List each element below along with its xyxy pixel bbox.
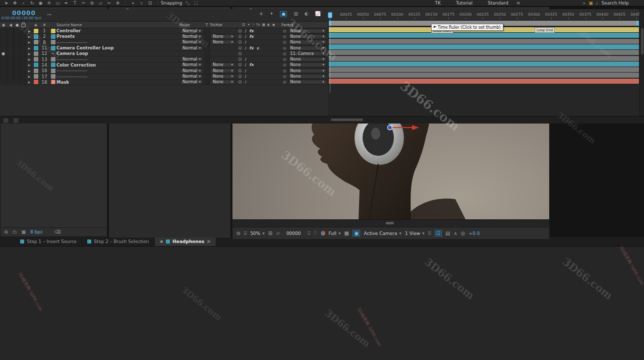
panel-overflow-icon[interactable]: »: [583, 1, 586, 6]
brush-tool-icon[interactable]: ✑: [79, 0, 88, 6]
playhead[interactable]: [328, 12, 332, 18]
timeline-horizontal-scrollbar[interactable]: [331, 118, 363, 121]
solo-toggle[interactable]: [14, 68, 20, 73]
trkmat-column-label[interactable]: TrkMat: [210, 22, 236, 28]
parent-dropdown[interactable]: None▼: [288, 29, 326, 33]
work-area-end-handle[interactable]: [636, 21, 639, 26]
shy-icon[interactable]: ☺: [238, 51, 242, 56]
layer-color-swatch[interactable]: [32, 40, 39, 45]
timeline-layer-row[interactable]: ▶17--------------------Normal▼None▼☺∕◎No…: [0, 74, 328, 79]
layer-duration-bar[interactable]: [329, 73, 639, 78]
frame-blending-icon[interactable]: ▥: [294, 11, 298, 17]
trkmat-select[interactable]: None▼: [210, 80, 236, 85]
preserve-transparency-toggle[interactable]: [204, 34, 210, 39]
snapping-label[interactable]: Snapping: [161, 1, 182, 6]
shy-toggle-icon[interactable]: ☗: [280, 11, 287, 17]
eye-toggle[interactable]: [0, 74, 7, 79]
mode-select[interactable]: Normal▼: [180, 68, 204, 73]
workspace-selector[interactable]: Standard: [481, 1, 515, 6]
audio-toggle[interactable]: [7, 80, 14, 85]
solo-toggle[interactable]: [14, 74, 20, 79]
audio-toggle[interactable]: [7, 28, 14, 33]
roto-brush-tool-icon[interactable]: ✂: [105, 0, 113, 6]
t-column-label[interactable]: T: [204, 22, 210, 28]
mode-select[interactable]: Normal▼: [180, 80, 204, 85]
region-of-interest-icon[interactable]: ▱: [276, 230, 280, 236]
rasterize-icon[interactable]: ∕: [245, 46, 247, 50]
view-axis-mode-icon[interactable]: ⊡: [146, 0, 154, 6]
search-icon[interactable]: ⌕▾: [47, 12, 51, 17]
layer-switches[interactable]: ☺∕: [236, 56, 281, 62]
panel-menu-icon[interactable]: ≡: [207, 239, 211, 244]
preserve-transparency-toggle[interactable]: [204, 80, 210, 85]
layer-color-swatch[interactable]: [32, 45, 39, 50]
lock-toggle[interactable]: [20, 68, 26, 73]
timeline-layer-row[interactable]: ▶8--------------------Normal▼None▼☺∕◎Non…: [0, 40, 328, 45]
twirl-arrow-icon[interactable]: ▶: [26, 34, 32, 39]
parent-dropdown[interactable]: None▼: [288, 34, 326, 39]
rasterize-icon[interactable]: ∕: [245, 63, 247, 67]
loop-end-marker[interactable]: Loop End: [535, 27, 555, 33]
workspace-switcher-icon[interactable]: ▣: [589, 1, 593, 6]
pickwhip-icon[interactable]: ◎: [283, 80, 286, 84]
layer-name[interactable]: Color Correction: [56, 63, 180, 68]
audio-toggle[interactable]: [7, 56, 14, 62]
time-ruler[interactable]: 0002500050000750010000125001500017500200…: [328, 9, 639, 21]
rasterize-icon[interactable]: ∕: [245, 69, 247, 73]
shy-icon[interactable]: ☺: [238, 69, 242, 73]
fx-icon[interactable]: fx: [249, 34, 254, 39]
audio-toggle[interactable]: [7, 51, 14, 56]
type-tool-icon[interactable]: T: [71, 0, 79, 6]
parent-select[interactable]: ◎None▼: [281, 63, 328, 68]
view-layout-select[interactable]: 1 View▼: [405, 231, 425, 236]
show-snapshot-icon[interactable]: ⍥: [314, 230, 317, 236]
puppet-pin-tool-icon[interactable]: ✜: [113, 0, 122, 6]
layer-switches[interactable]: ☺∕fx: [236, 28, 281, 33]
mode-select[interactable]: Normal▼: [180, 45, 204, 50]
preserve-transparency-toggle[interactable]: [204, 74, 210, 79]
solo-toggle[interactable]: [14, 51, 20, 56]
preserve-transparency-toggle[interactable]: [204, 45, 210, 50]
world-axis-mode-icon[interactable]: ⌗: [137, 0, 146, 6]
timeline-footer-toggle-icon[interactable]: [3, 118, 9, 123]
mode-column-label[interactable]: Mode: [180, 22, 204, 28]
audio-toggle[interactable]: [7, 45, 14, 50]
layer-duration-bar[interactable]: [329, 67, 639, 72]
layer-color-swatch[interactable]: [32, 68, 39, 73]
layer-switches[interactable]: ☺: [236, 51, 281, 56]
layer-duration-bar[interactable]: [329, 39, 639, 44]
workspace-menu-icon[interactable]: ≡: [516, 1, 520, 6]
parent-select[interactable]: ◎None▼: [281, 40, 328, 45]
mode-dropdown[interactable]: Normal▼: [181, 34, 203, 39]
layer-color-swatch[interactable]: [32, 34, 39, 39]
trkmat-dropdown[interactable]: None▼: [211, 34, 235, 39]
mode-dropdown[interactable]: Normal▼: [181, 46, 203, 50]
timeline-layer-row[interactable]: ▶18MaskNormal▼None▼☺∕◎None▼: [0, 80, 328, 85]
layer-switches[interactable]: ☺∕fx◐: [236, 45, 281, 50]
layer-color-swatch[interactable]: [32, 51, 39, 56]
layer-duration-bar[interactable]: [329, 50, 639, 55]
close-icon[interactable]: ×: [160, 239, 164, 244]
eraser-tool-icon[interactable]: ▱: [96, 0, 105, 6]
twirl-arrow-icon[interactable]: ▶: [26, 80, 32, 85]
eye-toggle[interactable]: [0, 40, 7, 45]
preserve-transparency-toggle[interactable]: [204, 56, 210, 62]
eye-toggle[interactable]: [0, 56, 7, 62]
parent-dropdown[interactable]: None▼: [288, 40, 326, 44]
trkmat-select[interactable]: None▼: [210, 74, 236, 79]
layer-switches[interactable]: ☺∕fx: [236, 63, 281, 68]
parent-dropdown[interactable]: None▼: [288, 69, 326, 73]
mode-select[interactable]: Normal▼: [180, 40, 204, 45]
choose-grid-icon[interactable]: ⊞: [268, 230, 272, 236]
preserve-transparency-toggle[interactable]: [204, 28, 210, 33]
parent-select[interactable]: ◎None▼: [281, 68, 328, 73]
shy-icon[interactable]: ☺: [238, 63, 242, 67]
pickwhip-icon[interactable]: ◎: [283, 69, 286, 73]
layer-name[interactable]: Camera Controller Loop: [56, 45, 180, 50]
search-icon[interactable]: ⌕: [596, 1, 599, 6]
shy-icon[interactable]: ☺: [238, 80, 242, 84]
graph-editor-icon[interactable]: 📈: [315, 11, 321, 17]
eye-toggle[interactable]: [0, 80, 7, 85]
parent-dropdown[interactable]: None▼: [288, 63, 326, 67]
pixel-aspect-icon[interactable]: ⍂: [428, 230, 431, 236]
